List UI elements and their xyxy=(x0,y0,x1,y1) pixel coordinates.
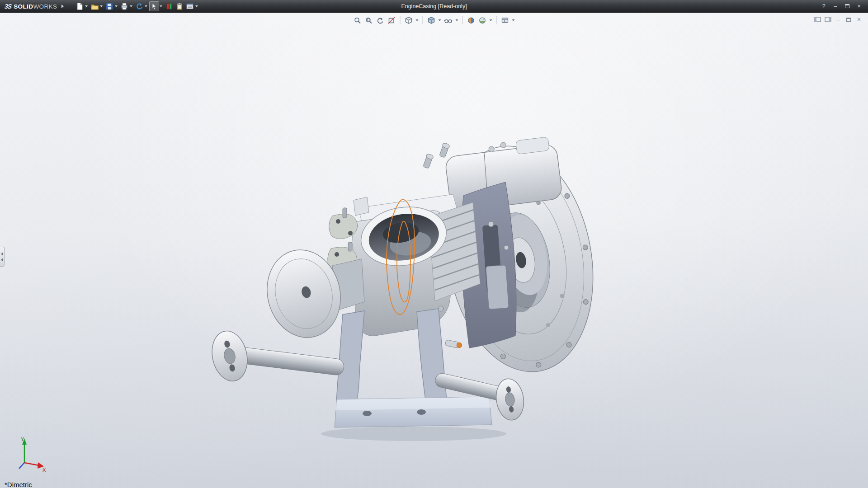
clipboard-button[interactable] xyxy=(175,1,184,11)
window-title: EngineCasing [Read-only] xyxy=(401,3,467,9)
orientation-label: *Dimetric xyxy=(5,481,32,488)
close-document-button[interactable]: × xyxy=(855,15,863,23)
print-icon xyxy=(120,2,128,10)
titlebar: 3S SOLIDWORKS xyxy=(0,0,868,13)
view-settings-button[interactable] xyxy=(500,15,510,26)
help-button[interactable]: ? xyxy=(818,2,829,11)
apply-scene-button[interactable] xyxy=(477,15,488,26)
appearance-sphere-icon xyxy=(467,16,476,25)
toolbar-separator xyxy=(423,16,423,24)
minimize-document-button[interactable]: – xyxy=(835,15,842,23)
options-panel-icon xyxy=(186,2,194,10)
print-button[interactable] xyxy=(119,1,129,11)
front-axle[interactable] xyxy=(208,328,344,384)
hide-show-items-button[interactable] xyxy=(443,15,454,26)
view-orientation-dropdown-icon[interactable] xyxy=(416,19,419,21)
open-folder-icon xyxy=(90,2,99,10)
reference-triad: Y X xyxy=(6,435,48,476)
z-axis xyxy=(19,463,24,469)
document-window-controls: – × xyxy=(814,15,863,23)
expand-panel-arrow-icon xyxy=(1,252,3,256)
brand-solid: SOLID xyxy=(14,3,33,10)
restore-document-button[interactable] xyxy=(845,15,852,23)
open-document-button[interactable] xyxy=(90,1,99,11)
brand-works: WORKS xyxy=(33,3,57,10)
menu-expand-icon[interactable] xyxy=(61,5,64,8)
engine-casing-model[interactable] xyxy=(0,13,868,488)
section-view-icon xyxy=(387,16,396,25)
display-toggle-icon xyxy=(165,2,173,10)
eyeglasses-icon xyxy=(444,16,453,25)
select-tool-button[interactable] xyxy=(149,1,159,11)
apply-scene-dropdown-icon[interactable] xyxy=(490,19,492,21)
x-axis-label: X xyxy=(42,467,46,473)
feature-manager-collapsed-tab[interactable] xyxy=(0,247,5,267)
toolbar-separator xyxy=(462,16,463,24)
new-document-button[interactable] xyxy=(75,1,85,11)
x-axis xyxy=(24,463,39,465)
zoom-to-fit-icon xyxy=(354,16,362,25)
close-button[interactable]: × xyxy=(854,2,864,11)
solidworks-logo: 3S SOLIDWORKS xyxy=(0,2,67,10)
window-controls: ? – × xyxy=(818,2,868,11)
ds-logo-icon: 3S xyxy=(4,3,12,10)
view-orientation-button[interactable] xyxy=(404,15,414,26)
edit-appearance-button[interactable] xyxy=(466,15,476,26)
new-dropdown-icon[interactable] xyxy=(85,5,88,7)
clipboard-icon xyxy=(175,2,184,10)
display-style-dropdown-icon[interactable] xyxy=(439,19,441,21)
save-button[interactable] xyxy=(104,1,114,11)
expand-panel-arrow-icon xyxy=(1,258,3,262)
restore-document-icon xyxy=(846,18,851,22)
options-panel-button[interactable] xyxy=(185,1,195,11)
dowel-pin[interactable] xyxy=(445,340,462,349)
ground-shadow xyxy=(321,427,506,441)
maximize-button[interactable] xyxy=(842,2,853,11)
scene-sphere-icon xyxy=(478,16,487,25)
zoom-to-fit-button[interactable] xyxy=(353,15,363,26)
save-dropdown-icon[interactable] xyxy=(115,5,118,7)
previous-view-button[interactable] xyxy=(375,15,386,26)
select-cursor-icon xyxy=(150,2,158,10)
maximize-icon xyxy=(845,4,849,8)
select-dropdown-icon[interactable] xyxy=(160,5,162,7)
options-dropdown-icon[interactable] xyxy=(195,5,198,7)
new-document-icon xyxy=(75,2,84,10)
print-dropdown-icon[interactable] xyxy=(130,5,132,7)
undo-button[interactable] xyxy=(134,1,144,11)
undo-dropdown-icon[interactable] xyxy=(145,5,147,7)
y-axis-label: Y xyxy=(21,436,24,442)
zoom-to-area-button[interactable] xyxy=(364,15,374,26)
view-settings-dropdown-icon[interactable] xyxy=(512,19,515,21)
previous-view-icon xyxy=(376,16,385,25)
display-style-cube-icon xyxy=(427,16,436,25)
hide-show-dropdown-icon[interactable] xyxy=(456,19,458,21)
pane-right-icon xyxy=(825,17,831,22)
display-toggle-button[interactable] xyxy=(164,1,174,11)
pane-left-button[interactable] xyxy=(814,15,821,23)
undo-icon xyxy=(135,2,143,10)
view-settings-icon xyxy=(501,16,509,25)
toolbar-separator xyxy=(400,16,401,24)
section-view-button[interactable] xyxy=(387,15,397,26)
base-plate[interactable] xyxy=(335,397,492,427)
main-toolbar xyxy=(75,1,199,11)
open-dropdown-icon[interactable] xyxy=(100,5,103,7)
save-icon xyxy=(105,2,113,10)
pane-left-icon xyxy=(814,17,821,22)
toolbar-separator xyxy=(496,16,497,24)
pane-right-button[interactable] xyxy=(824,15,831,23)
view-orientation-cube-icon xyxy=(405,16,413,25)
display-style-button[interactable] xyxy=(426,15,437,26)
heads-up-view-toolbar xyxy=(353,15,516,26)
minimize-button[interactable]: – xyxy=(830,2,841,11)
graphics-viewport[interactable]: – × xyxy=(0,13,868,488)
cylinder-block[interactable] xyxy=(353,194,480,336)
zoom-to-area-icon xyxy=(365,16,373,25)
